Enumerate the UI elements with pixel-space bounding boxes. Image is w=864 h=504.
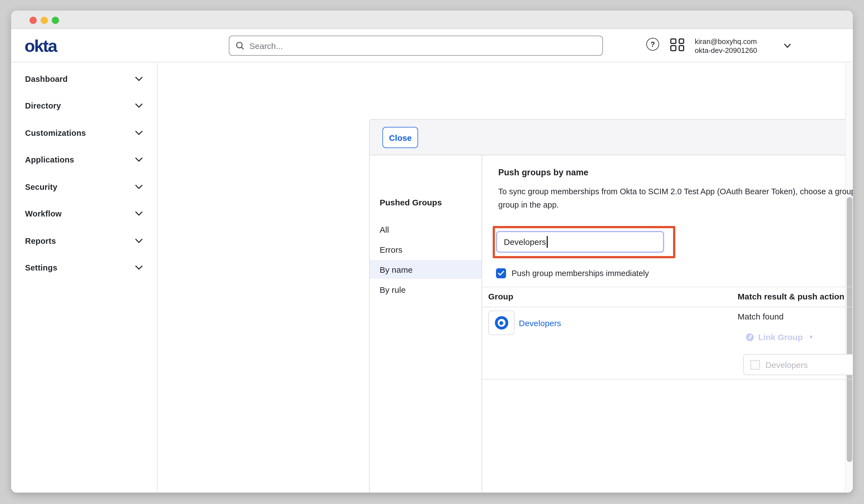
main-content: Close Pushed Groups All Errors By name B… bbox=[158, 63, 845, 493]
push-immediately-row: Push group memberships immediately bbox=[496, 268, 649, 278]
group-name-input[interactable]: Developers bbox=[496, 231, 664, 253]
app-group-icon bbox=[751, 360, 760, 369]
link-icon bbox=[746, 333, 754, 341]
account-menu[interactable]: kiran@boxyhq.com okta-dev-20901260 bbox=[695, 37, 757, 55]
search-input[interactable]: Search... bbox=[229, 36, 603, 56]
divider bbox=[482, 287, 853, 287]
chevron-down-icon: ▼ bbox=[808, 334, 814, 340]
search-icon bbox=[236, 41, 244, 50]
nav-item-by-name[interactable]: By name bbox=[370, 260, 482, 279]
app-header: okta Search... ? kiran@boxyhq.com okta-d… bbox=[11, 29, 853, 62]
minimize-window-button[interactable] bbox=[41, 16, 48, 24]
help-icon[interactable]: ? bbox=[646, 38, 659, 51]
sidebar-item-reports[interactable]: Reports bbox=[11, 230, 157, 252]
apps-grid-icon[interactable] bbox=[670, 38, 684, 51]
chevron-down-icon bbox=[135, 77, 143, 81]
divider bbox=[482, 307, 853, 307]
push-immediately-label: Push group memberships immediately bbox=[512, 269, 649, 278]
section-description: To sync group memberships from Okta to S… bbox=[498, 185, 853, 212]
chevron-down-icon bbox=[135, 239, 143, 243]
sidebar-item-dashboard[interactable]: Dashboard bbox=[11, 69, 157, 89]
pushed-groups-panel: Close Pushed Groups All Errors By name B… bbox=[369, 119, 853, 493]
sidebar-item-directory[interactable]: Directory bbox=[11, 95, 157, 116]
group-icon bbox=[495, 316, 508, 329]
zoom-window-button[interactable] bbox=[52, 16, 59, 24]
sidebar-item-customizations[interactable]: Customizations bbox=[11, 122, 157, 144]
by-name-content: Push groups by name To sync group member… bbox=[482, 155, 853, 493]
group-link[interactable]: Developers bbox=[519, 319, 561, 328]
sidebar-item-security[interactable]: Security bbox=[11, 177, 157, 197]
titlebar bbox=[11, 11, 853, 29]
nav-item-by-rule[interactable]: By rule bbox=[370, 280, 482, 299]
push-immediately-checkbox[interactable] bbox=[496, 268, 506, 278]
chevron-down-icon bbox=[135, 265, 143, 270]
search-placeholder: Search... bbox=[249, 41, 283, 50]
section-heading: Push groups by name bbox=[498, 168, 588, 178]
close-button[interactable]: Close bbox=[382, 127, 418, 148]
panel-toolbar: Close bbox=[370, 120, 853, 155]
sidebar-item-settings[interactable]: Settings bbox=[11, 257, 157, 278]
okta-logo[interactable]: okta bbox=[24, 36, 57, 56]
linked-group-select[interactable]: Developers ▼ bbox=[743, 354, 853, 375]
nav-item-all[interactable]: All bbox=[370, 220, 482, 239]
check-icon bbox=[498, 271, 504, 276]
column-header-match: Match result & push action bbox=[737, 292, 844, 301]
chevron-down-icon[interactable] bbox=[784, 44, 791, 48]
chevron-down-icon bbox=[135, 157, 143, 162]
group-icon-card bbox=[488, 311, 514, 335]
sidebar-item-applications[interactable]: Applications bbox=[11, 149, 157, 170]
account-org: okta-dev-20901260 bbox=[695, 46, 757, 55]
text-caret bbox=[547, 236, 548, 248]
chevron-down-icon bbox=[135, 104, 143, 108]
match-status: Match found bbox=[737, 312, 783, 321]
nav-item-errors[interactable]: Errors bbox=[370, 240, 482, 259]
account-email: kiran@boxyhq.com bbox=[695, 37, 757, 46]
link-group-label: Link Group bbox=[758, 332, 803, 342]
pushed-groups-title: Pushed Groups bbox=[380, 197, 442, 207]
browser-window: okta Search... ? kiran@boxyhq.com okta-d… bbox=[11, 11, 853, 493]
chevron-down-icon bbox=[135, 212, 143, 216]
sidebar-item-workflow[interactable]: Workflow bbox=[11, 203, 157, 224]
column-header-group: Group bbox=[488, 292, 513, 301]
linked-group-value: Developers bbox=[766, 360, 853, 369]
chevron-down-icon bbox=[135, 131, 143, 135]
link-group-button[interactable]: Link Group ▼ bbox=[746, 332, 814, 342]
close-window-button[interactable] bbox=[29, 16, 37, 24]
chevron-down-icon bbox=[135, 185, 143, 189]
group-name-value: Developers bbox=[504, 237, 546, 247]
pushed-groups-nav: Pushed Groups All Errors By name By rule bbox=[370, 155, 482, 493]
row-divider bbox=[482, 379, 853, 380]
sidebar: Dashboard Directory Customizations Appli… bbox=[11, 63, 158, 493]
